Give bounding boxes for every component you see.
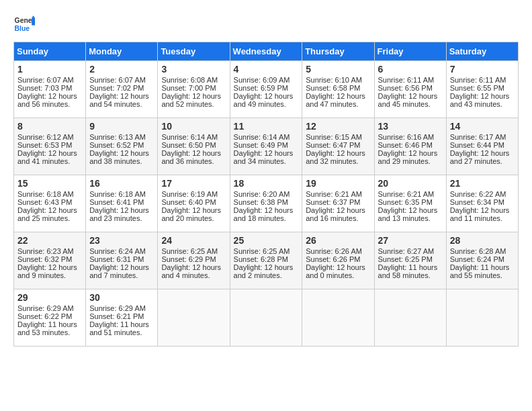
sunrise: Sunrise: 6:14 AM xyxy=(161,133,218,141)
day-number: 8 xyxy=(17,121,82,132)
week-row-5: 29Sunrise: 6:29 AMSunset: 6:22 PMDayligh… xyxy=(14,289,519,347)
sunrise: Sunrise: 6:24 AM xyxy=(89,247,146,255)
header: General Blue xyxy=(13,13,519,35)
sunrise: Sunrise: 6:25 AM xyxy=(234,247,290,255)
day-cell xyxy=(374,289,446,347)
sunset: Sunset: 6:44 PM xyxy=(450,141,504,149)
sunrise: Sunrise: 6:22 AM xyxy=(450,190,506,198)
day-number: 4 xyxy=(234,64,299,75)
daylight-label: Daylight: 12 hours and 27 minutes. xyxy=(450,149,510,165)
sunrise: Sunrise: 6:08 AM xyxy=(161,76,218,84)
day-number: 24 xyxy=(161,235,226,246)
sunrise: Sunrise: 6:26 AM xyxy=(306,247,362,255)
day-cell: 17Sunrise: 6:19 AMSunset: 6:40 PMDayligh… xyxy=(158,175,230,232)
sunset: Sunset: 7:02 PM xyxy=(89,84,144,92)
logo-icon: General Blue xyxy=(13,13,35,35)
daylight-label: Daylight: 12 hours and 0 minutes. xyxy=(306,263,365,279)
day-cell: 22Sunrise: 6:23 AMSunset: 6:32 PMDayligh… xyxy=(14,232,86,289)
sunrise: Sunrise: 6:29 AM xyxy=(17,304,74,312)
day-number: 9 xyxy=(89,121,154,132)
daylight-label: Daylight: 12 hours and 43 minutes. xyxy=(450,92,510,108)
day-cell xyxy=(446,289,518,347)
sunset: Sunset: 6:35 PM xyxy=(378,198,433,206)
daylight-label: Daylight: 11 hours and 51 minutes. xyxy=(89,320,149,336)
daylight-label: Daylight: 12 hours and 4 minutes. xyxy=(161,263,221,279)
daylight-label: Daylight: 12 hours and 7 minutes. xyxy=(89,263,149,279)
daylight-label: Daylight: 12 hours and 16 minutes. xyxy=(306,206,365,222)
day-cell: 1Sunrise: 6:07 AMSunset: 7:03 PMDaylight… xyxy=(14,61,86,118)
day-cell xyxy=(158,289,230,347)
day-cell: 19Sunrise: 6:21 AMSunset: 6:37 PMDayligh… xyxy=(302,175,374,232)
day-cell: 24Sunrise: 6:25 AMSunset: 6:29 PMDayligh… xyxy=(158,232,230,289)
sunset: Sunset: 6:22 PM xyxy=(17,312,72,320)
sunset: Sunset: 6:58 PM xyxy=(306,84,360,92)
day-number: 25 xyxy=(234,235,299,246)
daylight-label: Daylight: 11 hours and 58 minutes. xyxy=(378,263,438,279)
sunset: Sunset: 6:34 PM xyxy=(450,198,504,206)
day-number: 21 xyxy=(450,178,515,189)
sunrise: Sunrise: 6:10 AM xyxy=(306,76,362,84)
day-number: 7 xyxy=(450,64,515,75)
daylight-label: Daylight: 12 hours and 34 minutes. xyxy=(234,149,294,165)
daylight-label: Daylight: 12 hours and 9 minutes. xyxy=(17,263,77,279)
sunrise: Sunrise: 6:18 AM xyxy=(17,190,74,198)
daylight-label: Daylight: 12 hours and 41 minutes. xyxy=(17,149,77,165)
daylight-label: Daylight: 12 hours and 56 minutes. xyxy=(17,92,77,108)
sunrise: Sunrise: 6:20 AM xyxy=(234,190,290,198)
daylight-label: Daylight: 12 hours and 54 minutes. xyxy=(89,92,149,108)
sunrise: Sunrise: 6:15 AM xyxy=(306,133,362,141)
day-cell: 25Sunrise: 6:25 AMSunset: 6:28 PMDayligh… xyxy=(230,232,302,289)
day-cell: 6Sunrise: 6:11 AMSunset: 6:56 PMDaylight… xyxy=(374,61,446,118)
sunrise: Sunrise: 6:25 AM xyxy=(161,247,218,255)
header-cell-friday: Friday xyxy=(374,42,446,61)
daylight-label: Daylight: 12 hours and 25 minutes. xyxy=(17,206,77,222)
sunrise: Sunrise: 6:21 AM xyxy=(378,190,435,198)
day-cell: 10Sunrise: 6:14 AMSunset: 6:50 PMDayligh… xyxy=(158,118,230,175)
day-cell: 9Sunrise: 6:13 AMSunset: 6:52 PMDaylight… xyxy=(86,118,158,175)
day-cell: 2Sunrise: 6:07 AMSunset: 7:02 PMDaylight… xyxy=(86,61,158,118)
sunset: Sunset: 6:37 PM xyxy=(306,198,360,206)
day-cell: 20Sunrise: 6:21 AMSunset: 6:35 PMDayligh… xyxy=(374,175,446,232)
day-number: 28 xyxy=(450,235,515,246)
daylight-label: Daylight: 12 hours and 29 minutes. xyxy=(378,149,438,165)
day-cell: 26Sunrise: 6:26 AMSunset: 6:26 PMDayligh… xyxy=(302,232,374,289)
sunset: Sunset: 6:55 PM xyxy=(450,84,504,92)
day-cell: 23Sunrise: 6:24 AMSunset: 6:31 PMDayligh… xyxy=(86,232,158,289)
day-cell: 5Sunrise: 6:10 AMSunset: 6:58 PMDaylight… xyxy=(302,61,374,118)
day-cell: 16Sunrise: 6:18 AMSunset: 6:41 PMDayligh… xyxy=(86,175,158,232)
sunset: Sunset: 6:43 PM xyxy=(17,198,72,206)
daylight-label: Daylight: 12 hours and 49 minutes. xyxy=(234,92,294,108)
sunrise: Sunrise: 6:09 AM xyxy=(234,76,290,84)
daylight-label: Daylight: 12 hours and 13 minutes. xyxy=(378,206,438,222)
day-cell: 11Sunrise: 6:14 AMSunset: 6:49 PMDayligh… xyxy=(230,118,302,175)
sunset: Sunset: 6:50 PM xyxy=(161,141,216,149)
sunrise: Sunrise: 6:07 AM xyxy=(17,76,74,84)
daylight-label: Daylight: 11 hours and 55 minutes. xyxy=(450,263,510,279)
week-row-3: 15Sunrise: 6:18 AMSunset: 6:43 PMDayligh… xyxy=(14,175,519,232)
daylight-label: Daylight: 12 hours and 11 minutes. xyxy=(450,206,510,222)
sunset: Sunset: 6:28 PM xyxy=(234,255,288,263)
week-row-2: 8Sunrise: 6:12 AMSunset: 6:53 PMDaylight… xyxy=(14,118,519,175)
sunset: Sunset: 6:31 PM xyxy=(89,255,144,263)
day-cell: 3Sunrise: 6:08 AMSunset: 7:00 PMDaylight… xyxy=(158,61,230,118)
week-row-1: 1Sunrise: 6:07 AMSunset: 7:03 PMDaylight… xyxy=(14,61,519,118)
svg-marker-2 xyxy=(32,17,35,25)
day-cell: 27Sunrise: 6:27 AMSunset: 6:25 PMDayligh… xyxy=(374,232,446,289)
header-cell-thursday: Thursday xyxy=(302,42,374,61)
sunset: Sunset: 6:24 PM xyxy=(450,255,504,263)
week-row-4: 22Sunrise: 6:23 AMSunset: 6:32 PMDayligh… xyxy=(14,232,519,289)
day-cell: 30Sunrise: 6:29 AMSunset: 6:21 PMDayligh… xyxy=(86,289,158,347)
sunset: Sunset: 6:56 PM xyxy=(378,84,433,92)
logo: General Blue xyxy=(13,13,35,35)
daylight-label: Daylight: 12 hours and 18 minutes. xyxy=(234,206,294,222)
header-cell-wednesday: Wednesday xyxy=(230,42,302,61)
sunrise: Sunrise: 6:29 AM xyxy=(89,304,146,312)
sunrise: Sunrise: 6:13 AM xyxy=(89,133,146,141)
day-cell: 29Sunrise: 6:29 AMSunset: 6:22 PMDayligh… xyxy=(14,289,86,347)
day-number: 5 xyxy=(306,64,370,75)
day-number: 30 xyxy=(89,292,154,303)
svg-text:Blue: Blue xyxy=(15,25,30,32)
sunset: Sunset: 6:41 PM xyxy=(89,198,144,206)
header-cell-tuesday: Tuesday xyxy=(158,42,230,61)
daylight-label: Daylight: 12 hours and 20 minutes. xyxy=(161,206,221,222)
